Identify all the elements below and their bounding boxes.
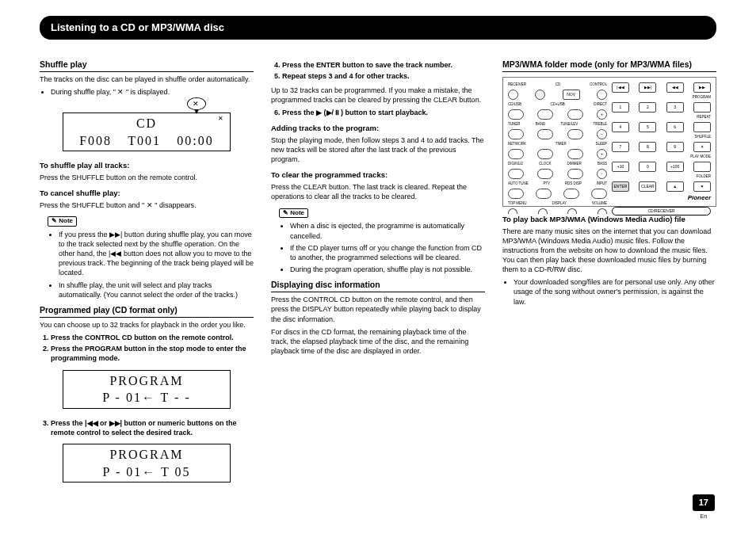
remote-label: BAND (536, 122, 546, 127)
remote-label: REPEAT (697, 115, 711, 120)
remote-button-rew: ◀◀ (666, 82, 684, 93)
section-title: Listening to a CD or MP3/WMA disc (40, 16, 716, 40)
remote-label: CD (556, 82, 561, 87)
remote-label: CLOCK (539, 162, 552, 166)
display-line2: P - 01← T - - (63, 389, 230, 406)
remote-label: CD+USB (550, 102, 564, 107)
remote-button-minus: − (597, 169, 607, 179)
shuffle-icon-balloon: ✕ (187, 97, 206, 110)
remote-button-plus10: +10 (612, 162, 629, 172)
remote-label: NETWORK (508, 142, 526, 147)
remote-button-minus: − (597, 129, 607, 139)
text: Your downloaded song/files are for perso… (514, 277, 716, 306)
remote-label: SHUFFLE (694, 135, 711, 139)
remote-button (591, 189, 607, 199)
remote-button (508, 169, 524, 179)
note-text: When a disc is ejected, the programme is… (290, 221, 485, 240)
column-2: Press the ENTER button to save the track… (271, 59, 485, 493)
display-program-2: PROGRAM P - 01← T 05 (63, 444, 231, 483)
remote-button-cd (535, 90, 545, 100)
remote-button-enter: ENTER (612, 181, 629, 192)
remote-label: SLEEP (595, 142, 607, 147)
page-number: 17 En (693, 494, 715, 520)
remote-button (537, 169, 553, 179)
remote-label: FOLDER (697, 174, 711, 179)
remote-button (567, 129, 583, 139)
heading: To shuffle play all tracks: (40, 161, 254, 171)
step-6: Press the ▶ (▶/⏸) button to start playba… (282, 108, 485, 117)
remote-button (567, 169, 583, 179)
remote-label: VOLUME (592, 201, 607, 206)
remote-button (508, 90, 518, 100)
remote-arc-button (538, 208, 548, 214)
remote-arc-button (598, 208, 607, 214)
note-text: If you press the ▶▶| button during shuff… (59, 230, 254, 278)
text: During shuffle play, " ✕ " is displayed. (51, 87, 254, 97)
page-lang: En (693, 513, 715, 520)
remote-label: AUTO TUNE (508, 181, 529, 186)
remote-label: CD/USB (508, 102, 521, 107)
display-track: T001 (128, 132, 161, 150)
display-line1: PROGRAM (63, 446, 230, 463)
remote-button-prev: |◀◀ (612, 82, 629, 93)
remote-button-plus100: +100 (666, 162, 684, 172)
remote-button (693, 102, 711, 113)
remote-button (567, 109, 583, 120)
remote-button (563, 189, 579, 199)
remote-button-2: 2 (639, 102, 656, 113)
display-program-1: PROGRAM P - 01← T - - (63, 370, 231, 409)
text: You can choose up to 32 tracks for playb… (40, 320, 254, 330)
text: Press the CONTROL CD button on the remot… (271, 295, 485, 323)
heading: To cancel shuffle play: (40, 189, 254, 199)
remote-button-5: 5 (639, 122, 656, 132)
remote-button (536, 189, 552, 199)
remote-right-panel: |◀◀▶▶|◀◀▶▶ PROGRAM 123 REPEAT 456 SHUFFL… (612, 82, 711, 201)
remote-button (537, 149, 553, 159)
remote-button-next: ▶▶| (639, 82, 656, 93)
text: Stop the playing mode, then follow steps… (271, 135, 485, 164)
remote-button-8: 8 (639, 142, 656, 152)
remote-button (597, 90, 607, 100)
remote-button (508, 129, 524, 139)
heading: Adding tracks to the program: (271, 124, 485, 134)
text: For discs in the CD format, the remainin… (271, 327, 485, 356)
remote-label: RDS DISP (565, 181, 582, 186)
heading-shuffle-play: Shuffle play (40, 59, 254, 72)
remote-button (508, 189, 524, 199)
remote-label: CONTROL (590, 82, 607, 87)
remote-label: TIMER (556, 142, 567, 147)
step-3: Press the |◀◀ or ▶▶| button or numeric b… (51, 418, 254, 437)
remote-button (567, 149, 583, 159)
column-3: MP3/WMA folder mode (only for MP3/WMA fi… (502, 59, 716, 493)
remote-button-ff: ▶▶ (693, 82, 711, 93)
remote-label: INPUT (596, 181, 607, 186)
remote-label: TOP MENU (508, 201, 527, 206)
heading-displaying-info: Displaying disc information (271, 279, 485, 292)
remote-label: PROGRAM (693, 95, 711, 100)
remote-button-plus: + (597, 149, 607, 159)
remote-label: DIMMER (567, 162, 582, 166)
display-line1: PROGRAM (63, 372, 230, 390)
text: There are many music sites on the intern… (502, 227, 716, 275)
remote-arc-button (567, 208, 577, 214)
remote-button (693, 162, 711, 172)
note-text: If the CD player turns off or you change… (290, 243, 485, 262)
step-1: Press the CONTROL CD button on the remot… (51, 333, 254, 342)
remote-label: TUNE/LEV (560, 122, 578, 127)
heading-mp3-folder-mode: MP3/WMA folder mode (only for MP3/WMA fi… (502, 59, 716, 72)
display-line2: P - 01← T 05 (63, 463, 230, 481)
text: Press the SHUFFLE button and " ✕ " disap… (40, 200, 254, 210)
remote-button (508, 149, 524, 159)
remote-control-illustration: RECEIVERCDCONTROL NOV CD/USBCD+USBDIRECT… (502, 77, 716, 207)
text: Press the CLEAR button. The last track i… (271, 182, 485, 201)
remote-button-folder-down: ▼ (693, 181, 711, 192)
note-text: In shuffle play, the unit will select an… (59, 280, 254, 299)
step-2: Press the PROGRAM button in the stop mod… (51, 344, 254, 363)
note-label: ✎ Note (279, 208, 308, 219)
remote-arc-button (508, 208, 517, 214)
page-number-value: 17 (693, 494, 715, 511)
remote-label: RECEIVER (508, 82, 526, 87)
brand-logo: Pioneer (612, 194, 711, 203)
remote-button: NOV (563, 90, 580, 100)
remote-button-shuffle: ✕ (693, 142, 711, 152)
